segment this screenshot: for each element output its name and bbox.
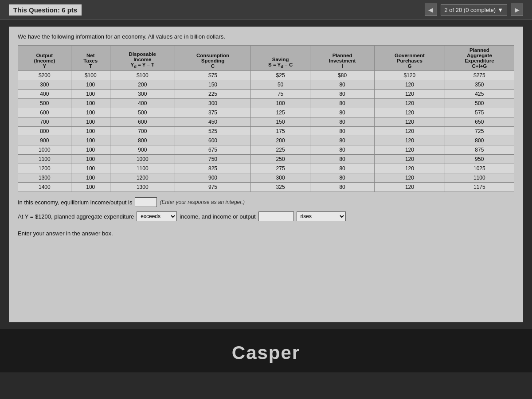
- aggregate-output-input[interactable]: [258, 211, 294, 221]
- table-cell: 80: [310, 145, 375, 155]
- aggregate-label-mid: income, and income or output: [180, 213, 255, 220]
- table-cell: 50: [251, 80, 310, 90]
- table-cell: 300: [175, 99, 250, 108]
- table-cell: 80: [310, 173, 375, 183]
- table-row: 4001003002257580120425: [18, 90, 514, 99]
- table-row: $200$100$100$75$25$80$120$275: [18, 71, 514, 80]
- table-cell: 80: [310, 183, 375, 192]
- table-cell: 100: [71, 90, 110, 99]
- table-cell: 150: [175, 80, 250, 90]
- content-area: We have the following information for an…: [9, 27, 523, 322]
- question-pts-label: This Question: 6 pts: [9, 4, 82, 16]
- table-cell: 1025: [445, 164, 514, 173]
- table-cell: 275: [251, 164, 310, 173]
- table-cell: 575: [445, 108, 514, 117]
- table-cell: 450: [175, 117, 250, 127]
- table-cell: 80: [310, 99, 375, 108]
- table-row: 13001001200900300801201100: [18, 173, 514, 183]
- table-cell: 325: [251, 183, 310, 192]
- table-cell: 300: [18, 80, 71, 90]
- col-header-investment: PlannedInvestmentI: [310, 46, 375, 71]
- table-row: 12001001100825275801201025: [18, 164, 514, 173]
- col-header-saving: SavingS = Yd – C: [251, 46, 310, 71]
- table-cell: 120: [375, 99, 445, 108]
- table-cell: 400: [110, 99, 175, 108]
- progress-text: 2 of 20 (0 complete): [445, 7, 496, 13]
- col-header-consumption: ConsumptionSpendingC: [175, 46, 250, 71]
- table-cell: 825: [175, 164, 250, 173]
- table-cell: 1100: [18, 155, 71, 164]
- table-cell: 120: [375, 173, 445, 183]
- table-cell: 100: [71, 173, 110, 183]
- table-cell: 120: [375, 155, 445, 164]
- table-cell: 500: [110, 108, 175, 117]
- table-cell: 120: [375, 80, 445, 90]
- col-header-government: GovernmentPurchasesG: [375, 46, 445, 71]
- table-cell: $25: [251, 71, 310, 80]
- table-cell: 900: [18, 136, 71, 145]
- table-cell: 750: [175, 155, 250, 164]
- table-cell: 1300: [18, 173, 71, 183]
- col-header-aggregate: PlannedAggregateExpenditureC+I+G: [445, 46, 514, 71]
- table-row: 100010090067522580120875: [18, 145, 514, 155]
- next-button[interactable]: ▶: [511, 4, 523, 16]
- table-cell: 675: [175, 145, 250, 155]
- table-cell: 1300: [110, 183, 175, 192]
- table-cell: 100: [71, 99, 110, 108]
- table-row: 3001002001505080120350: [18, 80, 514, 90]
- table-cell: 120: [375, 136, 445, 145]
- table-cell: 800: [110, 136, 175, 145]
- aggregate-direction-dropdown[interactable]: rises falls stays the same: [297, 211, 346, 221]
- table-cell: 100: [71, 80, 110, 90]
- table-cell: 80: [310, 90, 375, 99]
- table-cell: 1175: [445, 183, 514, 192]
- table-cell: 300: [110, 90, 175, 99]
- table-cell: 100: [71, 164, 110, 173]
- table-cell: 225: [175, 90, 250, 99]
- table-cell: 425: [445, 90, 514, 99]
- table-cell: 700: [18, 117, 71, 127]
- table-cell: 80: [310, 127, 375, 136]
- table-cell: 75: [251, 90, 310, 99]
- table-cell: 375: [175, 108, 250, 117]
- equilibrium-row: In this economy, equilibrium income/outp…: [18, 197, 514, 207]
- table-cell: 200: [251, 136, 310, 145]
- aggregate-comparison-dropdown[interactable]: exceeds equals is less than: [137, 211, 177, 221]
- casper-logo: Casper: [232, 342, 300, 363]
- table-cell: 120: [375, 127, 445, 136]
- table-cell: 80: [310, 108, 375, 117]
- table-cell: 120: [375, 117, 445, 127]
- progress-dropdown[interactable]: 2 of 20 (0 complete) ▼: [441, 4, 508, 16]
- table-cell: 1100: [445, 173, 514, 183]
- table-cell: $100: [71, 71, 110, 80]
- table-cell: 1400: [18, 183, 71, 192]
- aggregate-row: At Y = $1200, planned aggregate expendit…: [18, 211, 514, 221]
- aggregate-label-start: At Y = $1200, planned aggregate expendit…: [18, 213, 134, 220]
- table-cell: 600: [175, 136, 250, 145]
- table-cell: $200: [18, 71, 71, 80]
- intro-text: We have the following information for an…: [18, 33, 514, 40]
- table-cell: 100: [71, 183, 110, 192]
- equilibrium-input[interactable]: [135, 197, 157, 207]
- table-cell: 225: [251, 145, 310, 155]
- table-cell: 100: [71, 108, 110, 117]
- table-cell: 150: [251, 117, 310, 127]
- dropdown-arrow-icon: ▼: [497, 7, 503, 13]
- table-cell: 120: [375, 145, 445, 155]
- table-cell: 875: [445, 145, 514, 155]
- table-cell: 100: [71, 136, 110, 145]
- table-cell: 600: [18, 108, 71, 117]
- table-cell: 525: [175, 127, 250, 136]
- table-cell: 950: [445, 155, 514, 164]
- table-cell: 300: [251, 173, 310, 183]
- table-cell: 1200: [18, 164, 71, 173]
- table-cell: $80: [310, 71, 375, 80]
- table-cell: 100: [71, 155, 110, 164]
- table-cell: 900: [110, 145, 175, 155]
- col-header-taxes: NetTaxesT: [71, 46, 110, 71]
- table-cell: 120: [375, 183, 445, 192]
- prev-button[interactable]: ◀: [425, 4, 437, 16]
- equilibrium-hint: (Enter your response as an integer.): [160, 199, 245, 205]
- table-row: 90010080060020080120800: [18, 136, 514, 145]
- table-header-row: Output(Income)Y NetTaxesT DisposableInco…: [18, 46, 514, 71]
